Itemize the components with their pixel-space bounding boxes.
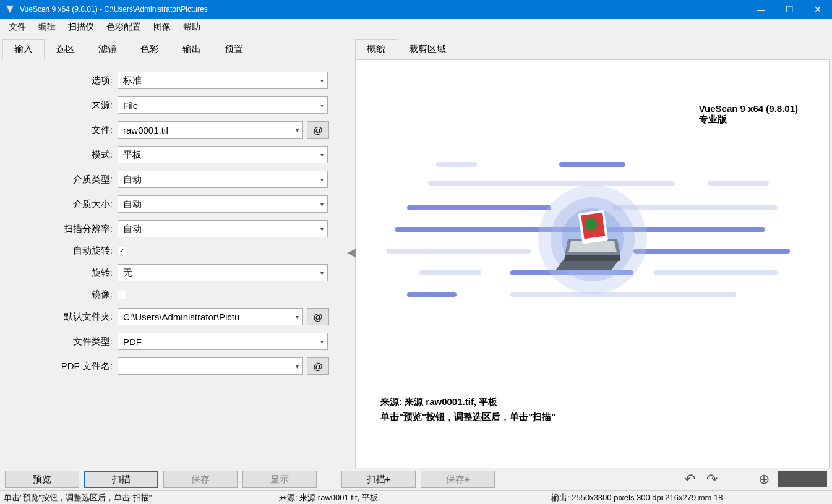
chevron-down-icon: ▾ [296,363,299,370]
save-button[interactable]: 保存 [163,471,238,488]
info-block: 来源: 来源 raw0001.tif, 平板 单击"预览"按钮，调整选区后，单击… [380,395,555,424]
content: ◀ 输入 选区 滤镜 色彩 输出 预置 选项: 标准▾ 来源: File▾ 文件… [0,36,832,468]
info-source: 来源: 来源 raw0001.tif, 平板 [380,395,555,409]
status-source: 来源: 来源 raw0001.tif, 平板 [275,491,547,504]
undo-icon[interactable]: ↶ [681,471,698,488]
menu-file[interactable]: 文件 [2,20,32,34]
version-text: VueScan 9 x64 (9.8.01) [699,103,798,114]
preview-area: VueScan 9 x64 (9.8.01) 专业版 [355,59,830,468]
chevron-down-icon: ▾ [320,152,324,158]
window-controls: — ☐ ✕ [747,0,832,19]
chevron-down-icon: ▾ [320,176,324,183]
label-file: 文件: [14,124,118,136]
menu-color-config[interactable]: 色彩配置 [100,20,147,34]
tab-output[interactable]: 输出 [171,39,213,59]
bottom-buttons: 预览 扫描 保存 显示 扫描+ 保存+ ↶ ↷ ⊕ [0,468,832,490]
menu-image[interactable]: 图像 [147,20,177,34]
label-media-type: 介质类型: [14,174,118,186]
form-area: 选项: 标准▾ 来源: File▾ 文件: raw0001.tif▾ @ 模式:… [2,59,350,468]
tab-overview[interactable]: 概貌 [355,39,397,59]
zoom-in-icon[interactable]: ⊕ [755,471,773,488]
tab-color[interactable]: 色彩 [129,39,171,59]
media-size-select[interactable]: 自动▾ [118,195,328,213]
chevron-down-icon: ▾ [320,226,324,233]
status-output: 输出: 2550x3300 pixels 300 dpi 216x279 mm … [547,491,832,504]
right-tabs: 概貌 裁剪区域 [355,38,830,59]
mode-select[interactable]: 平板▾ [118,146,328,163]
tab-preset[interactable]: 预置 [213,39,255,59]
save-plus-button[interactable]: 保存+ [421,471,495,488]
label-default-folder: 默认文件夹: [14,311,118,323]
label-source: 来源: [14,100,118,111]
window-title: VueScan 9 x64 (9.8.01) - C:\Users\Admini… [20,5,747,14]
chevron-down-icon: ▾ [320,201,324,208]
obscured-area [778,471,827,487]
label-scan-resolution: 扫描分辨率: [14,223,118,235]
options-select[interactable]: 标准▾ [118,72,328,89]
svg-marker-7 [568,241,617,252]
label-media-size: 介质大小: [14,199,118,210]
edition-text: 专业版 [699,114,798,126]
status-hint: 单击"预览"按钮，调整选区后，单击"扫描" [0,491,275,504]
scan-plus-button[interactable]: 扫描+ [341,471,416,488]
titlebar: VueScan 9 x64 (9.8.01) - C:\Users\Admini… [0,0,832,19]
default-folder-browse-button[interactable]: @ [307,308,329,325]
minimize-button[interactable]: — [747,0,775,19]
tab-filter[interactable]: 滤镜 [87,39,129,59]
app-icon [5,4,15,14]
label-file-type: 文件类型: [14,336,118,348]
display-button[interactable]: 显示 [242,471,317,488]
chevron-down-icon: ▾ [320,270,324,276]
tab-selection[interactable]: 选区 [45,39,87,59]
file-input[interactable]: raw0001.tif▾ [118,121,303,139]
close-button[interactable]: ✕ [804,0,832,19]
default-folder-input[interactable]: C:\Users\Administrator\Pictu▾ [118,308,303,325]
left-pane: 输入 选区 滤镜 色彩 输出 预置 选项: 标准▾ 来源: File▾ 文件: … [0,36,353,468]
pdf-filename-input[interactable]: ▾ [118,357,303,375]
statusbar: 单击"预览"按钮，调整选区后，单击"扫描" 来源: 来源 raw0001.tif… [0,490,832,504]
scan-button[interactable]: 扫描 [84,471,158,488]
scanner-icon [537,184,648,295]
chevron-down-icon: ▾ [296,127,299,134]
preview-button[interactable]: 预览 [5,471,79,488]
auto-rotate-checkbox[interactable]: ✓ [118,247,126,255]
scan-resolution-select[interactable]: 自动▾ [118,220,328,237]
tab-input[interactable]: 输入 [2,39,45,59]
info-instruction: 单击"预览"按钮，调整选区后，单击"扫描" [380,409,555,424]
mirror-checkbox[interactable] [118,291,126,299]
redo-icon[interactable]: ↷ [703,471,721,488]
pane-collapse-icon[interactable]: ◀ [347,246,356,259]
label-auto-rotate: 自动旋转: [14,245,118,257]
menubar: 文件 编辑 扫描仪 色彩配置 图像 帮助 [0,19,832,36]
label-mirror: 镜像: [14,289,118,301]
media-type-select[interactable]: 自动▾ [118,171,328,188]
chevron-down-icon: ▾ [320,338,324,345]
svg-marker-0 [6,6,14,13]
menu-edit[interactable]: 编辑 [32,20,62,34]
chevron-down-icon: ▾ [320,102,324,109]
left-tabs: 输入 选区 滤镜 色彩 输出 预置 [2,38,350,59]
file-browse-button[interactable]: @ [307,121,329,139]
label-options: 选项: [14,75,118,87]
menu-help[interactable]: 帮助 [177,20,207,34]
pdf-filename-browse-button[interactable]: @ [307,357,329,375]
svg-marker-5 [565,255,620,261]
menu-scanner[interactable]: 扫描仪 [62,20,100,34]
label-rotate: 旋转: [14,267,118,279]
source-select[interactable]: File▾ [118,96,328,114]
label-pdf-filename: PDF 文件名: [14,361,118,372]
version-block: VueScan 9 x64 (9.8.01) 专业版 [699,103,798,126]
label-mode: 模式: [14,149,118,161]
scanner-illustration [387,159,798,320]
maximize-button[interactable]: ☐ [775,0,804,19]
right-pane: 概貌 裁剪区域 VueScan 9 x64 (9.8.01) 专业版 [353,36,832,468]
chevron-down-icon: ▾ [296,314,299,320]
file-type-select[interactable]: PDF▾ [118,333,328,350]
rotate-select[interactable]: 无▾ [118,264,328,281]
chevron-down-icon: ▾ [320,77,324,84]
tab-crop-area[interactable]: 裁剪区域 [397,39,458,59]
